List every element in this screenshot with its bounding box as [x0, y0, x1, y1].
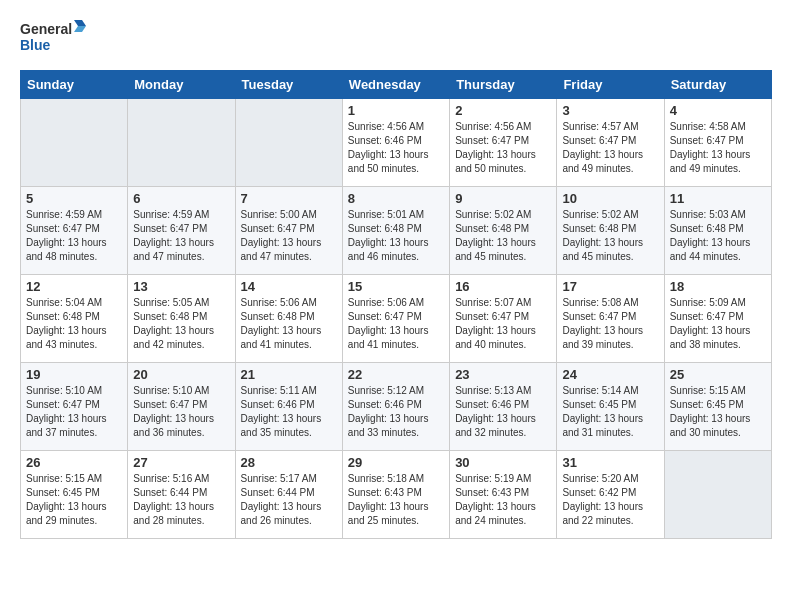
day-number: 5 [26, 191, 122, 206]
calendar-cell [21, 99, 128, 187]
calendar-cell: 23Sunrise: 5:13 AM Sunset: 6:46 PM Dayli… [450, 363, 557, 451]
day-info: Sunrise: 5:18 AM Sunset: 6:43 PM Dayligh… [348, 472, 444, 528]
day-info: Sunrise: 5:07 AM Sunset: 6:47 PM Dayligh… [455, 296, 551, 352]
day-number: 10 [562, 191, 658, 206]
calendar-cell: 16Sunrise: 5:07 AM Sunset: 6:47 PM Dayli… [450, 275, 557, 363]
day-number: 9 [455, 191, 551, 206]
day-number: 13 [133, 279, 229, 294]
day-number: 1 [348, 103, 444, 118]
calendar-cell: 17Sunrise: 5:08 AM Sunset: 6:47 PM Dayli… [557, 275, 664, 363]
day-number: 11 [670, 191, 766, 206]
day-info: Sunrise: 5:05 AM Sunset: 6:48 PM Dayligh… [133, 296, 229, 352]
calendar-cell: 4Sunrise: 4:58 AM Sunset: 6:47 PM Daylig… [664, 99, 771, 187]
calendar-cell: 12Sunrise: 5:04 AM Sunset: 6:48 PM Dayli… [21, 275, 128, 363]
day-info: Sunrise: 4:58 AM Sunset: 6:47 PM Dayligh… [670, 120, 766, 176]
day-number: 8 [348, 191, 444, 206]
day-info: Sunrise: 5:20 AM Sunset: 6:42 PM Dayligh… [562, 472, 658, 528]
day-number: 17 [562, 279, 658, 294]
header: General Blue [20, 16, 772, 60]
calendar-cell: 19Sunrise: 5:10 AM Sunset: 6:47 PM Dayli… [21, 363, 128, 451]
svg-text:General: General [20, 21, 72, 37]
day-info: Sunrise: 5:02 AM Sunset: 6:48 PM Dayligh… [455, 208, 551, 264]
day-info: Sunrise: 5:16 AM Sunset: 6:44 PM Dayligh… [133, 472, 229, 528]
calendar-cell: 3Sunrise: 4:57 AM Sunset: 6:47 PM Daylig… [557, 99, 664, 187]
day-info: Sunrise: 5:09 AM Sunset: 6:47 PM Dayligh… [670, 296, 766, 352]
day-number: 21 [241, 367, 337, 382]
calendar-week-row: 12Sunrise: 5:04 AM Sunset: 6:48 PM Dayli… [21, 275, 772, 363]
day-number: 31 [562, 455, 658, 470]
day-info: Sunrise: 5:06 AM Sunset: 6:47 PM Dayligh… [348, 296, 444, 352]
day-info: Sunrise: 4:56 AM Sunset: 6:46 PM Dayligh… [348, 120, 444, 176]
day-info: Sunrise: 5:14 AM Sunset: 6:45 PM Dayligh… [562, 384, 658, 440]
day-info: Sunrise: 5:15 AM Sunset: 6:45 PM Dayligh… [26, 472, 122, 528]
day-number: 15 [348, 279, 444, 294]
calendar-cell: 29Sunrise: 5:18 AM Sunset: 6:43 PM Dayli… [342, 451, 449, 539]
calendar-cell: 24Sunrise: 5:14 AM Sunset: 6:45 PM Dayli… [557, 363, 664, 451]
calendar-cell: 27Sunrise: 5:16 AM Sunset: 6:44 PM Dayli… [128, 451, 235, 539]
svg-text:Blue: Blue [20, 37, 51, 53]
calendar-cell: 26Sunrise: 5:15 AM Sunset: 6:45 PM Dayli… [21, 451, 128, 539]
calendar-cell: 1Sunrise: 4:56 AM Sunset: 6:46 PM Daylig… [342, 99, 449, 187]
day-number: 19 [26, 367, 122, 382]
calendar-cell: 30Sunrise: 5:19 AM Sunset: 6:43 PM Dayli… [450, 451, 557, 539]
calendar-cell [128, 99, 235, 187]
calendar-cell: 6Sunrise: 4:59 AM Sunset: 6:47 PM Daylig… [128, 187, 235, 275]
calendar-week-row: 5Sunrise: 4:59 AM Sunset: 6:47 PM Daylig… [21, 187, 772, 275]
day-number: 24 [562, 367, 658, 382]
day-number: 14 [241, 279, 337, 294]
calendar-cell: 5Sunrise: 4:59 AM Sunset: 6:47 PM Daylig… [21, 187, 128, 275]
calendar-cell [235, 99, 342, 187]
day-number: 26 [26, 455, 122, 470]
day-number: 29 [348, 455, 444, 470]
day-info: Sunrise: 4:57 AM Sunset: 6:47 PM Dayligh… [562, 120, 658, 176]
calendar-cell: 13Sunrise: 5:05 AM Sunset: 6:48 PM Dayli… [128, 275, 235, 363]
calendar-cell: 18Sunrise: 5:09 AM Sunset: 6:47 PM Dayli… [664, 275, 771, 363]
day-info: Sunrise: 5:03 AM Sunset: 6:48 PM Dayligh… [670, 208, 766, 264]
day-info: Sunrise: 5:06 AM Sunset: 6:48 PM Dayligh… [241, 296, 337, 352]
calendar-cell: 22Sunrise: 5:12 AM Sunset: 6:46 PM Dayli… [342, 363, 449, 451]
weekday-header: Wednesday [342, 71, 449, 99]
day-number: 16 [455, 279, 551, 294]
logo: General Blue [20, 16, 90, 60]
day-info: Sunrise: 5:08 AM Sunset: 6:47 PM Dayligh… [562, 296, 658, 352]
day-number: 20 [133, 367, 229, 382]
day-number: 22 [348, 367, 444, 382]
calendar-week-row: 26Sunrise: 5:15 AM Sunset: 6:45 PM Dayli… [21, 451, 772, 539]
weekday-header-row: SundayMondayTuesdayWednesdayThursdayFrid… [21, 71, 772, 99]
calendar-week-row: 19Sunrise: 5:10 AM Sunset: 6:47 PM Dayli… [21, 363, 772, 451]
day-number: 3 [562, 103, 658, 118]
weekday-header: Sunday [21, 71, 128, 99]
day-number: 4 [670, 103, 766, 118]
day-number: 30 [455, 455, 551, 470]
day-info: Sunrise: 5:00 AM Sunset: 6:47 PM Dayligh… [241, 208, 337, 264]
day-info: Sunrise: 5:10 AM Sunset: 6:47 PM Dayligh… [133, 384, 229, 440]
calendar-cell: 15Sunrise: 5:06 AM Sunset: 6:47 PM Dayli… [342, 275, 449, 363]
calendar-cell: 31Sunrise: 5:20 AM Sunset: 6:42 PM Dayli… [557, 451, 664, 539]
calendar-week-row: 1Sunrise: 4:56 AM Sunset: 6:46 PM Daylig… [21, 99, 772, 187]
day-info: Sunrise: 5:11 AM Sunset: 6:46 PM Dayligh… [241, 384, 337, 440]
weekday-header: Monday [128, 71, 235, 99]
calendar-table: SundayMondayTuesdayWednesdayThursdayFrid… [20, 70, 772, 539]
logo-area: General Blue [20, 16, 90, 60]
calendar-cell: 11Sunrise: 5:03 AM Sunset: 6:48 PM Dayli… [664, 187, 771, 275]
day-info: Sunrise: 5:13 AM Sunset: 6:46 PM Dayligh… [455, 384, 551, 440]
day-number: 6 [133, 191, 229, 206]
calendar-cell: 10Sunrise: 5:02 AM Sunset: 6:48 PM Dayli… [557, 187, 664, 275]
day-number: 7 [241, 191, 337, 206]
calendar-cell: 2Sunrise: 4:56 AM Sunset: 6:47 PM Daylig… [450, 99, 557, 187]
day-number: 25 [670, 367, 766, 382]
page: General Blue SundayMondayTuesdayWednesda… [0, 0, 792, 555]
day-info: Sunrise: 5:02 AM Sunset: 6:48 PM Dayligh… [562, 208, 658, 264]
calendar-cell [664, 451, 771, 539]
day-number: 12 [26, 279, 122, 294]
day-info: Sunrise: 5:17 AM Sunset: 6:44 PM Dayligh… [241, 472, 337, 528]
day-info: Sunrise: 5:10 AM Sunset: 6:47 PM Dayligh… [26, 384, 122, 440]
weekday-header: Thursday [450, 71, 557, 99]
day-number: 27 [133, 455, 229, 470]
calendar-cell: 28Sunrise: 5:17 AM Sunset: 6:44 PM Dayli… [235, 451, 342, 539]
day-info: Sunrise: 5:12 AM Sunset: 6:46 PM Dayligh… [348, 384, 444, 440]
day-info: Sunrise: 5:15 AM Sunset: 6:45 PM Dayligh… [670, 384, 766, 440]
day-info: Sunrise: 5:01 AM Sunset: 6:48 PM Dayligh… [348, 208, 444, 264]
day-info: Sunrise: 4:59 AM Sunset: 6:47 PM Dayligh… [133, 208, 229, 264]
day-info: Sunrise: 5:19 AM Sunset: 6:43 PM Dayligh… [455, 472, 551, 528]
